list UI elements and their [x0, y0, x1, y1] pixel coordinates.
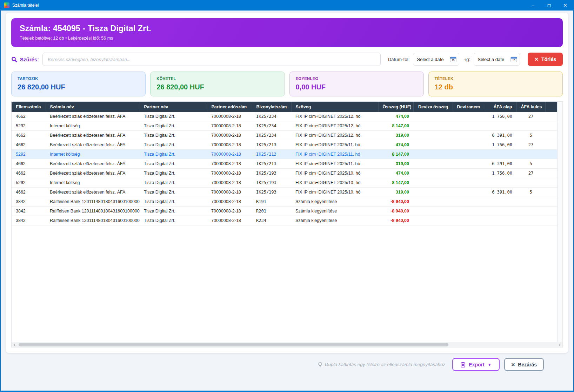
cell	[413, 159, 453, 169]
table-row[interactable]: 4662Beérkezett szlák előzetesen felsz. Á…	[12, 169, 557, 178]
table-row[interactable]: 5292Internet költségTisza Digital Zrt.70…	[12, 150, 557, 159]
cell	[413, 216, 453, 225]
cell	[485, 216, 516, 225]
cell: Tisza Digital Zrt.	[140, 188, 207, 197]
cell	[545, 131, 557, 140]
column-header[interactable]: Devizanem	[453, 102, 485, 112]
cell: Tisza Digital Zrt.	[140, 169, 207, 178]
minimize-button[interactable]: –	[525, 0, 541, 11]
cell	[516, 216, 545, 225]
card-value: 26 820,00 HUF	[18, 83, 139, 91]
table-row[interactable]: 4662Beérkezett szlák előzetesen felsz. Á…	[12, 159, 557, 169]
cell: R191	[252, 197, 291, 207]
date-from-input[interactable]	[417, 57, 447, 62]
hint-text: Dupla kattintás egy tételre az ellenszám…	[318, 362, 446, 367]
close-button[interactable]: ✕ Bezárás	[504, 358, 544, 371]
cell: FIX IP cím+DIGINET 2025/12. hó	[291, 121, 378, 131]
card-label: EGYENLEG	[296, 76, 418, 81]
cell	[453, 178, 485, 188]
filter-label-text: Szűrés:	[20, 56, 39, 62]
cell: FIX IP cím+DIGINET 2025/12. hó	[291, 112, 378, 121]
window-body: Számla: 454095 - Tisza Digital Zrt. Téte…	[1, 11, 573, 391]
column-header[interactable]: Számla név	[46, 102, 140, 112]
cell: 70000008-2-18	[207, 159, 252, 169]
cell	[516, 207, 545, 216]
window-controls: – ◻ ✕	[525, 0, 573, 11]
column-header[interactable]: Összeg (HUF)	[378, 102, 413, 112]
close-window-button[interactable]: ✕	[557, 0, 573, 11]
scrollbar-thumb[interactable]	[19, 343, 448, 346]
cell: FIX IP cím+DIGINET 2025/12. hó	[291, 131, 378, 140]
cell	[545, 159, 557, 169]
export-label: Export	[469, 362, 484, 367]
cell: 4662	[12, 159, 46, 169]
date-to-field[interactable]: 15	[474, 53, 520, 66]
maximize-button[interactable]: ◻	[541, 0, 557, 11]
cell	[485, 150, 516, 159]
cell	[545, 197, 557, 207]
table-row[interactable]: 4662Beérkezett szlák előzetesen felsz. Á…	[12, 112, 557, 121]
cell	[545, 121, 557, 131]
clear-filter-button[interactable]: ✕ Törlés	[528, 53, 563, 66]
column-header[interactable]: ÁFA alap	[485, 102, 516, 112]
cell: Beérkezett szlák előzetesen felsz. ÁFA	[46, 131, 140, 140]
cell: Tisza Digital Zrt.	[140, 112, 207, 121]
column-header[interactable]: Partner adószám	[207, 102, 252, 112]
cell	[413, 197, 453, 207]
cell: 5	[516, 188, 545, 197]
clear-filter-label: Törlés	[541, 56, 556, 62]
table-row[interactable]: 4662Beérkezett szlák előzetesen felsz. Á…	[12, 131, 557, 140]
cell: Raiffeisen Bank 120111480180431600100000	[46, 207, 140, 216]
cell	[545, 169, 557, 178]
cell: 319,00	[378, 159, 413, 169]
scroll-right-icon[interactable]: ›	[559, 343, 561, 347]
card-value: 12 db	[435, 83, 556, 91]
cell: Tisza Digital Zrt.	[140, 197, 207, 207]
cell	[453, 159, 485, 169]
cell: 8 147,00	[378, 178, 413, 188]
cell: 4662	[12, 112, 46, 121]
column-header[interactable]: Szöveg	[291, 102, 378, 112]
cell	[485, 178, 516, 188]
cell	[453, 140, 485, 150]
lightbulb-icon	[318, 362, 322, 367]
export-button[interactable]: Export ▼	[452, 358, 499, 371]
cell: 27	[516, 140, 545, 150]
cell: IK25/193	[252, 169, 291, 178]
cell	[453, 216, 485, 225]
cell: Beérkezett szlák előzetesen felsz. ÁFA	[46, 169, 140, 178]
table-row[interactable]: 3842Raiffeisen Bank 12011148018043160010…	[12, 197, 557, 207]
cell: 1 756,00	[485, 140, 516, 150]
scroll-left-icon[interactable]: ‹	[13, 343, 15, 347]
date-to-input[interactable]	[478, 57, 508, 62]
table-row[interactable]: 4662Beérkezett szlák előzetesen felsz. Á…	[12, 140, 557, 150]
cell: Raiffeisen Bank 120111480180431600100000	[46, 216, 140, 225]
calendar-icon[interactable]: 15	[510, 56, 517, 62]
horizontal-scrollbar[interactable]: ‹ ›	[12, 342, 562, 347]
cell: Beérkezett szlák előzetesen felsz. ÁFA	[46, 188, 140, 197]
cell: R201	[252, 207, 291, 216]
table-row[interactable]: 3842Raiffeisen Bank 12011148018043160010…	[12, 207, 557, 216]
column-header[interactable]: Ellenszámla	[12, 102, 46, 112]
invoice-header-subtitle: Tételek betöltve: 12 db • Lekérdezési id…	[20, 36, 554, 41]
column-header[interactable]: Deviza összeg	[413, 102, 453, 112]
column-header[interactable]: ÁFA kulcs	[516, 102, 545, 112]
search-input[interactable]	[42, 53, 381, 66]
cell: -8 940,00	[378, 197, 413, 207]
table-row[interactable]: 4662Beérkezett szlák előzetesen felsz. Á…	[12, 188, 557, 197]
vertical-scrollbar[interactable]	[557, 102, 562, 342]
cell: 27	[516, 169, 545, 178]
table-row[interactable]: 5292Internet költségTisza Digital Zrt.70…	[12, 178, 557, 188]
card-kovetel: KÖVETEL 26 820,00 HUF	[150, 72, 285, 96]
table-row[interactable]: 5292Internet költségTisza Digital Zrt.70…	[12, 121, 557, 131]
cell	[545, 150, 557, 159]
column-header[interactable]: Partner név	[140, 102, 207, 112]
cell: R234	[252, 216, 291, 225]
cell	[516, 121, 545, 131]
cell: Számla kiegyenlítése	[291, 207, 378, 216]
column-header[interactable]: Bizonylatszám	[252, 102, 291, 112]
cell: 70000008-2-18	[207, 178, 252, 188]
table-row[interactable]: 3842Raiffeisen Bank 12011148018043160010…	[12, 216, 557, 225]
calendar-icon[interactable]: 15	[450, 56, 456, 62]
date-from-field[interactable]: 15	[413, 53, 459, 66]
